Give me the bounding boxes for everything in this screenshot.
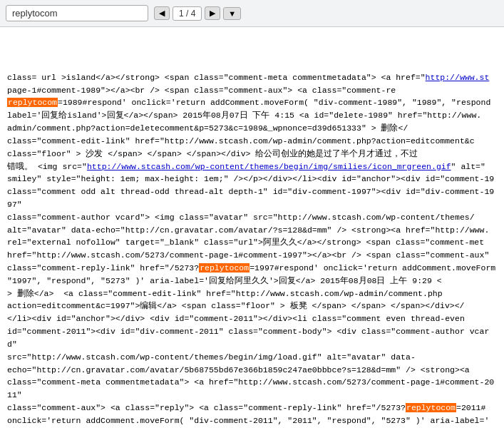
line-5: admin/comment.php?action=deletecomment&p… [7,123,408,133]
line-11: class="comment-author vcard"> <img class… [7,213,475,222]
line-20: id="comment-2011"><div id="div-comment-2… [7,327,489,349]
highlight-replytocom-3: replytocom [406,403,456,412]
line-23: class="comment-meta commentmetadata"> <a… [7,377,494,399]
dropdown-button[interactable]: ▼ [223,7,241,20]
line-4: label='回复给island'>回复</a></span> 2015年08月… [7,111,481,120]
content-area[interactable]: class= url >island</a></strong> <span cl… [0,27,504,428]
highlight-replytocom-2: replytocom [199,263,250,272]
line-21: src="http://www.stcash.com/wp-content/th… [7,352,416,362]
line-1: class= url >island</a></strong> <span cl… [7,73,489,82]
prev-button[interactable]: ◀ [154,6,170,20]
highlight-replytocom-1: replytocom [7,98,58,107]
line-22: echo="http://cn.gravatar.com/avatar/5b68… [7,365,470,374]
text-content: class= url >island</a></strong> <span cl… [7,58,497,428]
line-10: class="comment odd alt thread-odd thread… [7,187,494,209]
next-button[interactable]: ▶ [205,6,220,20]
line-3: replytocom=1989#respond' onclick='return… [7,98,490,107]
line-8: 错哦。 <img src="http://www.stcash.com/wp-c… [7,162,485,171]
img-link[interactable]: http://www.stcash.com/wp-content/themes/… [87,162,451,171]
line-9: smiley" style="height: 1em; max-height: … [7,174,494,183]
link[interactable]: http://www.st [426,73,490,82]
line-13: rel="external nofollow" target="_blank" … [7,238,484,247]
line-2: page-1#comment-1989"></a><br /> <span cl… [7,86,396,95]
nav-controls: ◀ 1 / 4 ▶ ▼ [154,6,241,21]
line-14: href="http://www.stcash.com/5273/comment… [7,250,489,260]
line-19: </li><div id="anchor"></div> <div id="co… [7,314,465,323]
line-15: class="comment-reply-link" href="/5273?r… [7,263,495,272]
page-counter: 1 / 4 [173,6,202,21]
line-6: class="comment-edit-link" href="http://w… [7,136,475,146]
line-24: class="comment-aux"> <a class="reply"> <… [7,403,485,412]
line-16: "1997", "respond", "5273" )' aria-label=… [7,276,442,285]
browser-toolbar: ◀ 1 / 4 ▶ ▼ [0,0,504,27]
line-18: action=editcomment&c=1997">编辑</a> <span … [7,301,465,310]
address-bar[interactable] [6,5,148,21]
line-7: class="floor" > 沙发 </span> </span> </spa… [7,149,418,158]
line-17: > 删除</a> <a class="comment-edit-link" hr… [7,289,443,298]
line-12: alt="avatar" data-echo="http://cn.gravat… [7,225,489,235]
line-25: onclick='return addComment.moveForm( "di… [7,416,489,425]
